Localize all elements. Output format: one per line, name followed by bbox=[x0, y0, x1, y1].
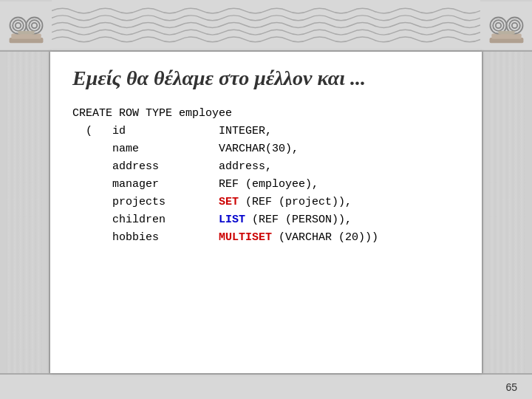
code-keyword-list: LIST bbox=[219, 211, 245, 229]
code-type: REF (employee), bbox=[219, 176, 318, 194]
code-line-5: manager REF (employee), bbox=[72, 176, 460, 194]
code-line-1: CREATE ROW TYPE employee bbox=[72, 105, 460, 123]
code-line-6: projects SET (REF (project)), bbox=[72, 194, 460, 211]
code-field: manager bbox=[72, 176, 219, 194]
top-decoration-middle bbox=[52, 0, 480, 50]
code-field: projects bbox=[72, 194, 219, 211]
left-pillar bbox=[0, 52, 50, 373]
code-field: children bbox=[72, 211, 219, 229]
svg-rect-17 bbox=[498, 30, 514, 34]
code-type: (REF (project)), bbox=[239, 194, 352, 211]
code-line-8: hobbies MULTISET (VARCHAR (20))) bbox=[72, 229, 460, 247]
code-type: INTEGER, bbox=[219, 123, 272, 140]
code-block: CREATE ROW TYPE employee ( id INTEGER, n… bbox=[72, 105, 460, 247]
svg-point-15 bbox=[509, 20, 520, 31]
code-keyword-set: SET bbox=[219, 194, 239, 211]
code-type: (VARCHAR (20))) bbox=[272, 229, 378, 247]
left-pillar-cap-top bbox=[0, 1, 52, 50]
code-type: address, bbox=[219, 158, 272, 176]
right-pillar-cap-top bbox=[480, 1, 532, 50]
svg-point-4 bbox=[15, 22, 20, 27]
svg-point-6 bbox=[29, 20, 40, 31]
code-line-7: children LIST (REF (PERSON)), bbox=[72, 211, 460, 229]
top-border bbox=[0, 0, 532, 52]
code-type: (REF (PERSON)), bbox=[245, 211, 352, 229]
code-line-2: ( id INTEGER, bbox=[72, 123, 460, 140]
code-field: name bbox=[72, 140, 219, 158]
page-number: 65 bbox=[505, 381, 517, 393]
code-line-4: address address, bbox=[72, 158, 460, 176]
svg-point-3 bbox=[13, 20, 24, 31]
code-text: CREATE ROW TYPE employee bbox=[72, 105, 232, 123]
code-type: VARCHAR(30), bbox=[219, 140, 299, 158]
svg-rect-1 bbox=[11, 33, 41, 38]
code-line-3: name VARCHAR(30), bbox=[72, 140, 460, 158]
code-field: hobbies bbox=[72, 229, 219, 247]
svg-point-13 bbox=[495, 22, 500, 27]
right-pillar bbox=[482, 52, 532, 373]
slide-container: Εμείς θα θέλαμε στο μέλλον και ... CREAT… bbox=[0, 0, 532, 399]
svg-point-12 bbox=[493, 20, 504, 31]
svg-rect-8 bbox=[18, 30, 34, 34]
code-field: ( id bbox=[72, 123, 219, 140]
svg-point-16 bbox=[511, 22, 516, 27]
svg-point-7 bbox=[31, 22, 36, 27]
code-field: address bbox=[72, 158, 219, 176]
svg-rect-10 bbox=[491, 33, 521, 38]
slide-title: Εμείς θα θέλαμε στο μέλλον και ... bbox=[72, 66, 460, 90]
bottom-border: 65 bbox=[0, 373, 532, 399]
main-content: Εμείς θα θέλαμε στο μέλλον και ... CREAT… bbox=[50, 52, 482, 373]
code-keyword-multiset: MULTISET bbox=[219, 229, 272, 247]
